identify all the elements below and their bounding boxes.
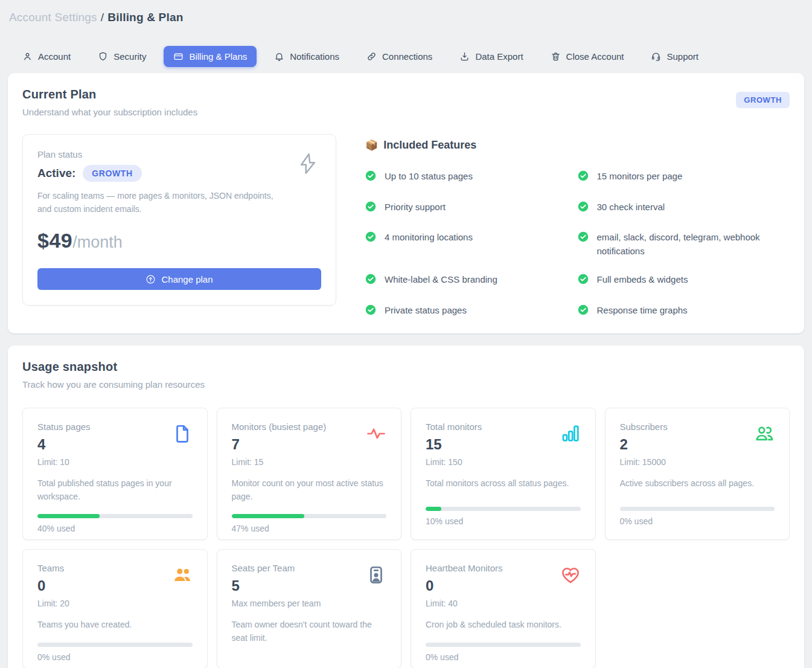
included-features-heading: Included Features bbox=[383, 139, 476, 152]
feature-item: Up to 10 status pages bbox=[365, 170, 572, 185]
arrow-up-circle-icon bbox=[145, 274, 156, 284]
check-circle-icon bbox=[365, 274, 376, 289]
plan-description: For scaling teams — more pages & monitor… bbox=[37, 190, 285, 216]
feature-item: 4 monitoring locations bbox=[365, 231, 572, 258]
people-filled-icon bbox=[172, 565, 193, 588]
metric-card-heartbeat-monitors: Heartbeat Monitors 0 Limit: 40 Cron job … bbox=[411, 549, 596, 668]
metric-card-monitors-busiest-page: Monitors (busiest page) 7 Limit: 15 Moni… bbox=[217, 408, 402, 540]
feature-item: Priority support bbox=[365, 201, 572, 216]
metric-card-subscribers: Subscribers 2 Limit: 15000 Active subscr… bbox=[605, 408, 790, 540]
feature-item: email, slack, discord, telegram, webhook… bbox=[578, 231, 784, 258]
change-plan-label: Change plan bbox=[161, 274, 213, 284]
link-icon bbox=[366, 51, 377, 62]
tab-connections[interactable]: Connections bbox=[357, 46, 442, 67]
breadcrumb-separator: / bbox=[101, 11, 104, 24]
settings-tab-bar: Account Security Billing & Plans Notific… bbox=[8, 46, 804, 67]
feature-item: 15 monitors per page bbox=[578, 170, 784, 185]
id-badge-icon bbox=[366, 565, 386, 588]
current-plan-title: Current Plan bbox=[22, 88, 197, 101]
usage-progress-bar bbox=[426, 643, 581, 647]
check-circle-icon bbox=[578, 170, 589, 185]
bell-icon bbox=[274, 51, 284, 62]
check-circle-icon bbox=[365, 201, 376, 216]
person-icon bbox=[22, 51, 33, 62]
trash-icon bbox=[551, 51, 561, 62]
tab-account[interactable]: Account bbox=[13, 46, 80, 67]
breadcrumb: Account Settings/Billing & Plan bbox=[8, 7, 804, 24]
lightning-icon bbox=[296, 150, 320, 179]
metric-card-status-pages: Status pages 4 Limit: 10 Total published… bbox=[22, 408, 208, 540]
usage-progress-bar bbox=[37, 643, 193, 647]
usage-title: Usage snapshot bbox=[22, 360, 205, 374]
activity-icon bbox=[366, 423, 386, 446]
feature-item: White-label & CSS branding bbox=[365, 273, 572, 289]
usage-progress-bar bbox=[620, 507, 775, 511]
feature-item: 30 check interval bbox=[578, 201, 784, 216]
current-plan-card: Current Plan Understand what your subscr… bbox=[8, 73, 804, 333]
check-circle-icon bbox=[578, 274, 589, 289]
shield-icon bbox=[98, 51, 108, 62]
check-circle-icon bbox=[365, 231, 376, 246]
usage-progress-bar bbox=[232, 514, 387, 518]
billing-plan-page: Account Settings/Billing & Plan Account … bbox=[0, 0, 812, 668]
feature-item: Full embeds & widgets bbox=[578, 273, 784, 289]
plan-name-badge: GROWTH bbox=[83, 165, 141, 182]
plan-tier-badge: GROWTH bbox=[736, 92, 790, 108]
people-outline-icon bbox=[754, 423, 775, 446]
metric-card-total-monitors: Total monitors 15 Limit: 150 Total monit… bbox=[411, 408, 596, 540]
check-circle-icon bbox=[365, 304, 376, 320]
plan-status-value: Active: bbox=[37, 167, 75, 180]
current-plan-subtitle: Understand what your subscription includ… bbox=[22, 107, 197, 117]
check-circle-icon bbox=[365, 170, 376, 185]
tab-data-export[interactable]: Data Export bbox=[450, 46, 532, 67]
heart-pulse-icon bbox=[560, 565, 581, 588]
tab-close-account[interactable]: Close Account bbox=[541, 46, 634, 67]
plan-period: /month bbox=[72, 233, 123, 252]
included-features: 📦 Included Features Up to 10 status page… bbox=[365, 134, 790, 319]
headset-icon bbox=[651, 51, 661, 62]
tab-support[interactable]: Support bbox=[641, 46, 708, 67]
usage-snapshot-card: Usage snapshot Track how you are consumi… bbox=[8, 345, 804, 668]
check-circle-icon bbox=[578, 201, 589, 216]
download-icon bbox=[459, 51, 470, 62]
package-icon: 📦 bbox=[365, 139, 378, 152]
check-circle-icon bbox=[578, 304, 589, 320]
file-icon bbox=[172, 423, 193, 446]
tab-billing[interactable]: Billing & Plans bbox=[164, 46, 257, 67]
tab-notifications[interactable]: Notifications bbox=[264, 46, 349, 67]
breadcrumb-section[interactable]: Account Settings bbox=[9, 11, 97, 24]
plan-status-box: Plan status Active: GROWTH For scaling t… bbox=[22, 134, 336, 306]
bar-chart-icon bbox=[560, 423, 581, 446]
metric-card-teams: Teams 0 Limit: 20 Teams you have created… bbox=[22, 549, 208, 668]
usage-progress-bar bbox=[426, 507, 581, 511]
plan-price: $49 bbox=[37, 229, 72, 252]
change-plan-button[interactable]: Change plan bbox=[37, 268, 321, 290]
feature-item: Private status pages bbox=[365, 304, 572, 320]
usage-subtitle: Track how you are consuming plan resourc… bbox=[22, 379, 205, 390]
check-circle-icon bbox=[578, 231, 589, 246]
tab-security[interactable]: Security bbox=[88, 46, 156, 67]
metric-card-seats-per-team: Seats per Team 5 Max members per team Te… bbox=[217, 549, 402, 668]
feature-item: Response time graphs bbox=[578, 304, 784, 320]
plan-status-label: Plan status bbox=[37, 149, 321, 159]
usage-progress-bar bbox=[37, 514, 193, 518]
credit-card-icon bbox=[173, 51, 184, 62]
breadcrumb-page-title: Billing & Plan bbox=[107, 11, 183, 24]
